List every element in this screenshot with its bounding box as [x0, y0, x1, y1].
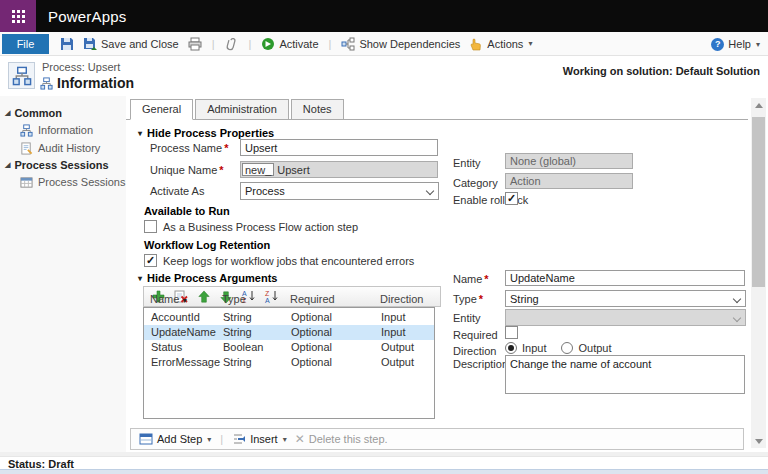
category-field: Action [505, 173, 633, 189]
detail-type-label: Type* [453, 293, 483, 305]
cell-required: Optional [291, 310, 381, 325]
cell-name: ErrorMessage [151, 355, 223, 370]
detail-name-input[interactable] [505, 270, 745, 286]
sidebar-group-process-sessions[interactable]: ◢ Process Sessions [0, 157, 126, 173]
direction-output-label: Output [578, 342, 611, 354]
sidebar-group-label: Common [14, 107, 62, 119]
insert-button[interactable]: Insert ▾ [232, 432, 287, 446]
command-bar: File Save and Close | | Activate | Show … [0, 32, 768, 56]
activate-icon [261, 37, 275, 51]
vertical-scrollbar[interactable] [751, 98, 766, 448]
help-label: Help [728, 38, 751, 50]
section-title: Hide Process Arguments [147, 272, 277, 284]
collapse-triangle-icon: ▾ [138, 274, 142, 283]
divider: | [248, 38, 253, 50]
add-step-label: Add Step [157, 433, 202, 445]
chevron-down-icon: ▾ [756, 40, 760, 49]
actions-menu-button[interactable]: Actions ▾ [469, 37, 532, 51]
sidebar-item-label: Audit History [38, 142, 100, 154]
help-menu-button[interactable]: ? Help ▾ [711, 32, 760, 56]
close-icon: ✕ [295, 432, 305, 446]
table-row[interactable]: ErrorMessageStringOptionalOutput [144, 355, 434, 370]
cell-direction: Input [381, 325, 434, 340]
cell-direction: Output [381, 355, 434, 370]
scroll-up-button[interactable] [751, 98, 766, 112]
cell-name: Status [151, 340, 223, 355]
detail-description-textarea[interactable]: Change the name of account [505, 355, 745, 394]
table-row[interactable]: AccountIdStringOptionalInput [144, 310, 434, 325]
scroll-down-button[interactable] [751, 434, 766, 448]
tab-notes[interactable]: Notes [291, 99, 344, 120]
workflow-log-retention-heading: Workflow Log Retention [144, 239, 270, 251]
detail-entity-label: Entity [453, 312, 481, 324]
column-header-required[interactable]: Required [290, 293, 380, 305]
bpf-action-step-checkbox[interactable] [144, 220, 157, 233]
step-toolbar: Add Step ▾ | Insert ▾ ✕ Delete this step… [130, 428, 744, 450]
attach-button[interactable] [225, 37, 239, 51]
sessions-grid-icon [20, 176, 33, 189]
page-header: Process: Upsert Information Working on s… [0, 56, 768, 96]
chevron-down-icon [733, 295, 741, 303]
activate-button[interactable]: Activate [261, 37, 318, 51]
table-row[interactable]: UpdateNameStringOptionalInput [144, 325, 434, 340]
cell-type: String [223, 325, 291, 340]
add-step-icon [139, 432, 153, 446]
detail-description-label: Description [453, 358, 508, 370]
sidebar-item-information[interactable]: Information [0, 121, 126, 139]
sidebar-item-audit-history[interactable]: Audit History [0, 139, 126, 157]
show-dependencies-button[interactable]: Show Dependencies [341, 37, 460, 51]
detail-type-select[interactable]: String [505, 290, 746, 307]
direction-input-label: Input [522, 342, 546, 354]
detail-type-value: String [510, 293, 539, 305]
unique-name-label: Unique Name* [150, 164, 224, 176]
activate-as-select[interactable]: Process [240, 182, 439, 200]
tab-strip: General Administration Notes [130, 99, 346, 120]
print-button[interactable] [188, 37, 202, 51]
insert-icon [232, 432, 246, 446]
detail-name-label: Name* [453, 273, 489, 285]
detail-required-label: Required [453, 329, 498, 341]
column-header-type[interactable]: Type [222, 293, 290, 305]
show-dependencies-label: Show Dependencies [359, 38, 460, 50]
cell-name: AccountId [151, 310, 223, 325]
tab-administration[interactable]: Administration [195, 99, 289, 120]
process-icon-box [8, 62, 35, 89]
sort-indicator-icon: ▼ [181, 297, 188, 304]
cell-direction: Output [381, 340, 434, 355]
cell-type: String [223, 355, 291, 370]
save-icon [60, 37, 74, 51]
paperclip-icon [223, 35, 240, 52]
section-process-properties[interactable]: ▾ Hide Process Properties [138, 127, 274, 139]
audit-history-icon [20, 142, 33, 155]
waffle-menu-icon[interactable] [0, 0, 36, 32]
direction-output-radio[interactable] [561, 342, 573, 354]
tab-general[interactable]: General [130, 99, 193, 120]
sidebar-item-process-sessions[interactable]: Process Sessions [0, 173, 126, 191]
save-and-close-icon [83, 37, 97, 51]
save-button[interactable] [60, 37, 74, 51]
cell-name: UpdateName [151, 325, 223, 340]
sidebar-item-label: Process Sessions [38, 176, 125, 188]
table-row[interactable]: StatusBooleanOptionalOutput [144, 340, 434, 355]
detail-required-checkbox[interactable] [505, 326, 518, 339]
scrollbar-thumb[interactable] [752, 117, 765, 287]
activate-as-value: Process [245, 185, 285, 197]
working-on-solution-label: Working on solution: Default Solution [563, 65, 760, 77]
column-header-name[interactable]: Name▼ [150, 293, 222, 305]
save-and-close-button[interactable]: Save and Close [83, 37, 179, 51]
unique-name-value: Upsert [277, 164, 309, 176]
cell-required: Optional [291, 340, 381, 355]
chevron-down-icon [733, 314, 741, 322]
entity-label: Entity [453, 157, 481, 169]
enable-rollback-checkbox[interactable] [505, 192, 518, 205]
keep-logs-checkbox[interactable] [144, 254, 157, 267]
process-name-input[interactable] [240, 139, 438, 156]
column-header-direction[interactable]: Direction [380, 293, 435, 305]
file-button[interactable]: File [2, 34, 49, 54]
section-process-arguments[interactable]: ▾ Hide Process Arguments [138, 272, 277, 284]
detail-entity-select [505, 309, 746, 326]
direction-input-radio[interactable] [505, 342, 517, 354]
sidebar-group-common[interactable]: ◢ Common [0, 105, 126, 121]
cell-required: Optional [291, 325, 381, 340]
add-step-button[interactable]: Add Step ▾ [139, 432, 211, 446]
